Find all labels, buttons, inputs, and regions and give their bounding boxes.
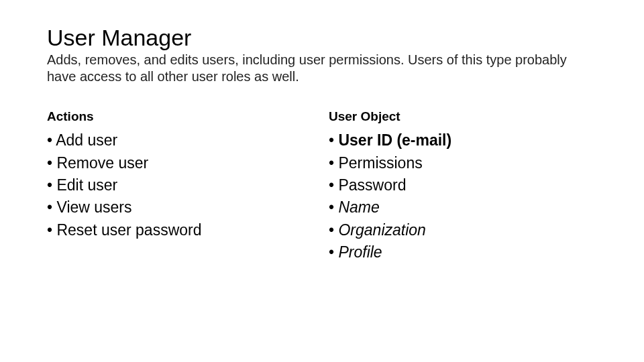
list-item: Password [329, 174, 610, 196]
list-item: Organization [329, 219, 610, 241]
user-object-list: User ID (e-mail)PermissionsPasswordNameO… [329, 129, 610, 263]
page-title: User Manager [47, 25, 597, 50]
list-item-label: Add user [56, 131, 117, 149]
list-item: Edit user [47, 174, 329, 196]
list-item-label: Edit user [56, 176, 117, 194]
actions-heading: Actions [47, 109, 329, 124]
list-item-label: Remove user [56, 154, 148, 172]
list-item-label: Organization [338, 221, 425, 239]
list-item: Permissions [329, 152, 610, 174]
list-item-label: User ID (e-mail) [338, 131, 451, 149]
list-item: Reset user password [47, 219, 329, 241]
actions-column: Actions Add userRemove userEdit userView… [47, 109, 329, 263]
user-object-column: User Object User ID (e-mail)PermissionsP… [329, 109, 610, 263]
list-item-label: Reset user password [56, 221, 201, 239]
list-item-label: Name [338, 198, 379, 216]
list-item: View users [47, 196, 329, 219]
user-object-heading: User Object [329, 109, 610, 124]
list-item: Remove user [47, 152, 329, 174]
content-columns: Actions Add userRemove userEdit userView… [47, 109, 597, 263]
actions-list: Add userRemove userEdit userView usersRe… [47, 129, 329, 241]
list-item-label: Profile [338, 243, 382, 261]
page-subtitle: Adds, removes, and edits users, includin… [47, 52, 577, 85]
list-item-label: View users [56, 198, 131, 216]
list-item-label: Permissions [338, 154, 422, 172]
list-item: Add user [47, 129, 329, 152]
list-item-label: Password [338, 176, 406, 194]
list-item: Name [329, 196, 610, 219]
list-item: Profile [329, 241, 610, 263]
list-item: User ID (e-mail) [329, 129, 610, 152]
